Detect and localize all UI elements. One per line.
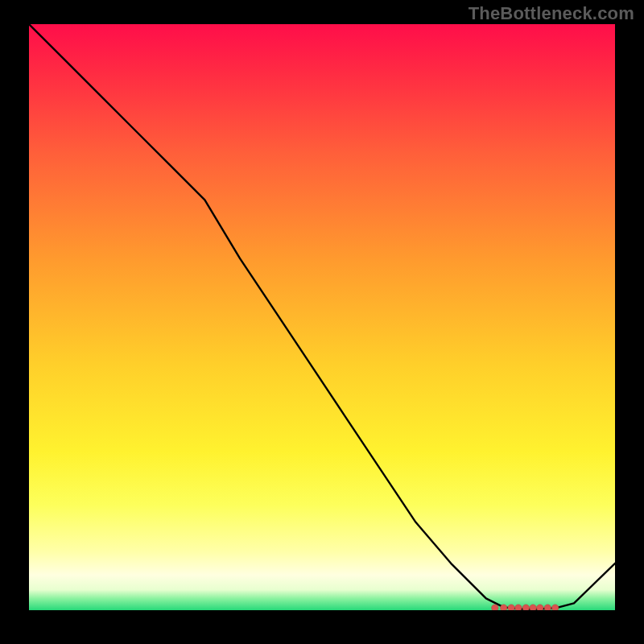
data-dot (530, 605, 536, 610)
data-dot (515, 605, 522, 610)
data-dot (552, 605, 559, 610)
flat-region-dots (492, 605, 559, 610)
chart-overlay (29, 24, 615, 610)
data-dot (544, 605, 551, 610)
bottleneck-curve (29, 24, 615, 609)
data-dot (522, 605, 529, 610)
data-dot (501, 605, 507, 610)
plot-area (29, 24, 615, 610)
chart-frame: TheBottleneck.com (0, 0, 644, 644)
data-dot (492, 605, 498, 610)
watermark-text: TheBottleneck.com (469, 3, 634, 24)
data-dot (537, 605, 543, 610)
data-dot (508, 605, 514, 610)
